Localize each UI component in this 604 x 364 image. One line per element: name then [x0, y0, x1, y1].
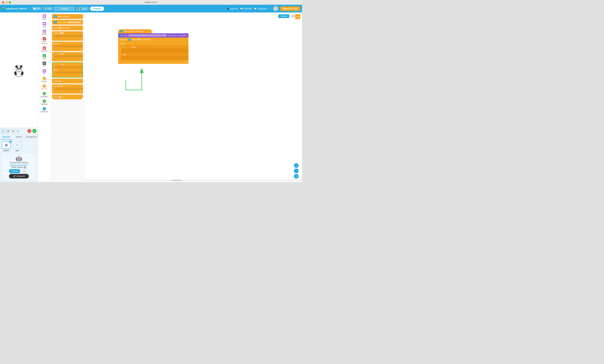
audio-dot — [43, 14, 46, 18]
layout-btn-3[interactable]: ▤ — [11, 129, 15, 133]
svg-rect-15 — [43, 15, 44, 17]
more-menu-button[interactable]: ··· — [269, 7, 271, 10]
remove-device-button[interactable]: ✕ — [9, 141, 12, 143]
save-button[interactable]: 💾 Save — [76, 7, 89, 11]
brand-text: 🧩 — [2, 7, 5, 10]
svg-text:AI: AI — [43, 62, 45, 64]
block-stop[interactable]: stop all ▾ — [52, 95, 83, 99]
run-button[interactable]: ▶ — [32, 129, 36, 133]
cyberpi-icon[interactable]: ✕ 🖥 — [2, 141, 11, 149]
maximize-button[interactable] — [9, 1, 11, 3]
operators-label: Operators — [40, 96, 48, 97]
block-wait[interactable]: wait 1 seconds — [52, 25, 83, 30]
action-buttons: ▶ — [27, 129, 36, 133]
print-value: Press B to start obstacle avoidance and … — [128, 34, 167, 37]
add-device[interactable]: + add — [13, 141, 22, 152]
canvas-scrollbar[interactable] — [84, 180, 302, 181]
block-else-canvas[interactable]: else — [121, 52, 189, 56]
left-panel: ⊞ ▦ ▤ ⊞ ▶ Devices Sprites Background — [0, 12, 38, 182]
publish-button[interactable]: Publish — [90, 7, 104, 11]
svg-text:x: x — [44, 100, 45, 103]
block-repeat-until[interactable]: repeat until ↺ — [52, 84, 83, 94]
block-if-then[interactable]: if then ↺ — [52, 52, 83, 61]
canvas-scrollbar-thumb[interactable] — [171, 180, 181, 181]
display-label: Display — [41, 33, 47, 35]
lan-dot — [43, 54, 46, 57]
block-forever-canvas[interactable]: forever if then else ↺ — [118, 41, 189, 64]
if-else-group: if then else — [121, 45, 189, 60]
code-icon[interactable]: </> — [295, 14, 300, 19]
block-repeat[interactable]: repeat 10 ↺ — [52, 31, 83, 41]
category-motion[interactable]: Motion Sensing — [38, 36, 50, 45]
upload-button[interactable]: Upload — [9, 169, 20, 173]
upload-live-toggle: Upload Live — [9, 169, 29, 173]
add-icon: + — [16, 144, 18, 147]
category-ai[interactable]: AI AI — [38, 61, 50, 68]
category-extension[interactable]: + extension — [38, 106, 50, 113]
blocks-view-button[interactable]: Blocks — [278, 14, 289, 18]
add-device-button[interactable]: + — [13, 141, 22, 149]
category-audio[interactable]: Audio — [38, 13, 50, 21]
how-to-link[interactable]: How to use device? — [10, 164, 28, 166]
zoom-in-button[interactable]: + — [294, 163, 299, 168]
user-avatar[interactable] — [273, 6, 278, 11]
python-editor-button[interactable]: Python Editor — [280, 6, 300, 11]
minimize-button[interactable] — [5, 1, 8, 3]
layout-btn-4[interactable]: ⊞ — [16, 129, 20, 133]
category-lan[interactable]: LAN — [38, 53, 50, 61]
category-display[interactable]: Display — [38, 29, 50, 36]
zoom-out-button[interactable]: − — [294, 169, 299, 173]
zoom-reset-button[interactable]: = — [294, 174, 299, 179]
connect-button[interactable]: 🔗 Connect — [9, 174, 29, 179]
stop-button[interactable] — [27, 129, 31, 133]
layout-btn-1[interactable]: ⊞ — [1, 129, 5, 133]
category-events[interactable]: Events — [38, 76, 50, 83]
block-insert-code[interactable]: 🖥 insert code cyberpi.console.print("hel… — [52, 20, 83, 24]
connect-text: Connect your device — [10, 161, 28, 164]
svg-point-16 — [44, 23, 45, 24]
tab-background[interactable]: Background — [25, 134, 38, 140]
block-wait-until[interactable]: wait until — [52, 79, 83, 83]
toolbar: 🧩 makeblock | mBlock | 📄 File ✏️ Edit Un… — [0, 5, 302, 12]
feedback-button[interactable]: 💬 Feedback — [254, 7, 267, 10]
tab-devices[interactable]: Devices — [0, 134, 13, 140]
audio-label: Audio — [42, 18, 47, 20]
category-variables[interactable]: x Variables — [38, 99, 50, 106]
block-wait-until-canvas[interactable]: wait until 🖥 button B ▾ pressed? — [118, 37, 189, 41]
toolbar-right: 🎓 Courses 📖 Tutorials 💬 Feedback ··· Pyt… — [227, 6, 300, 11]
category-operators[interactable]: + Operators — [38, 91, 50, 98]
block-restart[interactable]: 🖥 restart CyberPi — [52, 14, 83, 19]
category-led[interactable]: LED — [38, 21, 50, 28]
block-print[interactable]: 🖥 print Press B to start obstacle avoida… — [118, 33, 189, 37]
block-if-then-else[interactable]: if then else ↺ — [52, 62, 83, 78]
edit-menu[interactable]: ✏️ Edit — [43, 7, 53, 11]
layout-btn-2[interactable]: ▦ — [6, 129, 10, 133]
block-forever[interactable]: forever ↺ — [52, 42, 83, 51]
hardware-badge: 🖥 — [54, 15, 57, 17]
code-canvas[interactable]: Blocks Python </> 🖥 when CyberPi starts … — [84, 12, 302, 182]
svg-point-22 — [44, 56, 45, 57]
project-title[interactable]: Untitled — [54, 7, 75, 11]
brand-logo: 🧩 makeblock | mBlock — [2, 7, 27, 10]
svg-point-3 — [20, 65, 22, 68]
stop-value: all — [58, 96, 62, 98]
courses-button[interactable]: 🎓 Courses — [227, 7, 238, 10]
block-if-canvas[interactable]: if then — [121, 45, 189, 49]
category-iot[interactable]: IoT — [38, 68, 50, 76]
sensing-dot — [43, 47, 46, 50]
close-button[interactable] — [2, 1, 4, 3]
led-dot — [43, 22, 46, 25]
live-button[interactable]: Live — [20, 169, 29, 173]
category-sensing[interactable]: Sensing — [38, 46, 50, 53]
wait-value: 1 — [58, 27, 62, 29]
panel-tabs: Devices Sprites Background — [0, 134, 38, 140]
block-when-cyberpi-starts[interactable]: 🖥 when CyberPi starts up — [118, 29, 152, 33]
tab-sprites[interactable]: Sprites — [13, 134, 25, 140]
window-controls[interactable] — [2, 1, 11, 3]
motion-label: Motion Sensing — [39, 41, 49, 44]
svg-point-9 — [20, 68, 21, 69]
category-control[interactable]: Control — [38, 84, 50, 91]
file-menu[interactable]: 📄 File — [32, 7, 41, 11]
cyberpi-device[interactable]: ✕ 🖥 CyberPi — [2, 141, 11, 152]
tutorials-button[interactable]: 📖 Tutorials — [240, 7, 252, 10]
